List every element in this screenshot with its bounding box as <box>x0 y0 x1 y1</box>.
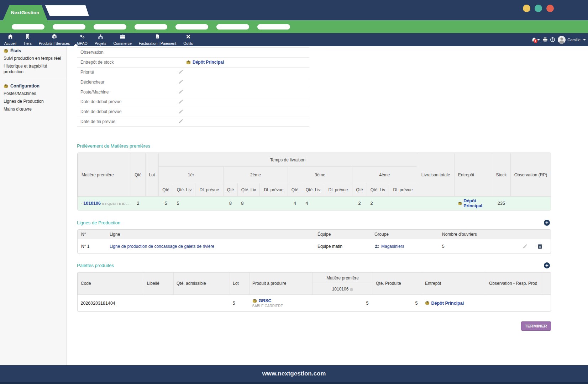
avatar <box>558 36 566 44</box>
edit-pencil-icon[interactable] <box>178 70 183 74</box>
menu-pill-3[interactable] <box>94 24 126 30</box>
subcol-dl-prevue: DL prévue <box>260 183 288 197</box>
prelevement-table: Matière première Qté Lot Temps de livrai… <box>77 153 551 210</box>
nav-item-produits-services[interactable]: Produits | Services <box>35 33 73 46</box>
cell-g2-liv: 8 <box>238 197 260 210</box>
sidebar-item-suivi-production[interactable]: Suivi production en temps réel <box>0 54 66 62</box>
sidebar-divider <box>0 79 66 79</box>
blank-tab[interactable] <box>45 5 89 16</box>
sidebar-item-mains-oeuvre[interactable]: Mains d'œuvre <box>0 105 66 113</box>
subcol-qte: Qté <box>288 183 302 197</box>
cell-mp-qty: 5 <box>313 294 373 311</box>
cell-g1-qte: 5 <box>159 197 173 210</box>
col-observation-resp-prod: Observation - Resp. Prod <box>486 272 542 294</box>
matiere-premiere-link[interactable]: 1010106 <box>83 201 101 206</box>
window-dot-teal[interactable] <box>535 5 542 12</box>
groupe-link[interactable]: Magasiniers <box>381 244 404 249</box>
cell-g3-liv: 4 <box>302 197 324 210</box>
menu-pill-4[interactable] <box>135 24 167 30</box>
col-group-3eme: 3ème <box>288 167 352 183</box>
nav-right-tools: 1 ? Camille <box>532 33 588 46</box>
col-group-4eme: 4ème <box>352 167 417 183</box>
delete-ligne-button[interactable] <box>538 244 542 249</box>
nav-item-outils[interactable]: Outils <box>180 33 196 46</box>
nav-label: Tiers <box>23 41 32 46</box>
footer-url: www.nextgestion.com <box>262 370 326 377</box>
menu-pill-1[interactable] <box>12 24 44 30</box>
cell-g3-qte: 4 <box>288 197 302 210</box>
cell-g4-qte: 2 <box>352 197 367 210</box>
tools-icon <box>186 34 190 40</box>
sidebar-section-title: Configuration <box>10 84 40 89</box>
col-produit-a-produire: Produit à produire <box>250 272 313 294</box>
building-icon <box>26 34 29 40</box>
package-icon <box>252 299 257 303</box>
cell-g1-dl <box>195 197 224 210</box>
nav-label: Outils <box>183 41 193 46</box>
produit-link[interactable]: GRSC <box>259 298 272 303</box>
active-tab-caret <box>73 44 78 46</box>
menu-pill-2[interactable] <box>53 24 85 30</box>
brand-tab[interactable]: NextGestion <box>3 5 47 20</box>
cube-icon <box>52 34 57 40</box>
window-controls <box>523 5 554 12</box>
sidebar-item-lignes-production[interactable]: Lignes de Production <box>0 97 66 105</box>
edit-ligne-button[interactable] <box>523 244 527 249</box>
entrepot-link[interactable]: Dépôt Principal <box>463 198 490 208</box>
add-palette-button[interactable] <box>544 262 550 268</box>
user-name: Camille <box>567 38 581 42</box>
sidebar-item-postes-machines[interactable]: Postes/Machines <box>0 90 66 97</box>
nav-label: Accueil <box>4 41 16 46</box>
menu-pill-6[interactable] <box>216 24 249 30</box>
entrepot-stock-link[interactable]: Dépôt Principal <box>186 60 224 65</box>
window-dot-yellow[interactable] <box>523 5 530 12</box>
ligne-row: N° 1 Ligne de production de concassage d… <box>78 239 551 254</box>
cell-lot: 5 <box>230 294 250 311</box>
col-lot: Lot <box>146 153 159 197</box>
nav-item-facturation-paiement[interactable]: Facturation | Paiement <box>135 33 180 46</box>
terminer-button[interactable]: TERMINER <box>521 321 551 331</box>
menu-pill-5[interactable] <box>175 24 208 30</box>
briefcase-icon <box>120 34 125 40</box>
notification-badge: 1 <box>534 39 537 43</box>
menu-pill-7[interactable] <box>257 24 290 30</box>
nav-item-projets[interactable]: Projets <box>91 33 110 46</box>
edit-pencil-icon[interactable] <box>178 80 183 84</box>
user-menu[interactable]: Camille <box>558 36 586 44</box>
nav-label: Facturation | Paiement <box>139 41 176 46</box>
package-icon <box>4 49 8 53</box>
nav-item-tiers[interactable]: Tiers <box>20 33 35 46</box>
subcol-qte: Qté <box>352 183 367 197</box>
section-title-lignes: Lignes de Production <box>77 220 120 225</box>
sidebar-item-historique-tracabilite[interactable]: Historique et traçabilité production <box>0 62 66 76</box>
entrepot-link[interactable]: Dépôt Principal <box>431 301 464 306</box>
edit-pencil-icon[interactable] <box>178 100 183 104</box>
ligne-link[interactable]: Ligne de production de concassage de gal… <box>110 244 214 249</box>
cell-g3-dl <box>324 197 352 210</box>
col-qte: Qté <box>131 153 146 197</box>
field-label: Date de fin prévue <box>80 119 178 124</box>
notifications-button[interactable]: 1 <box>532 37 540 42</box>
field-label: Priorité <box>80 70 178 75</box>
field-label: Entrepôt de stock <box>80 60 178 65</box>
col-mp-code: 1010106 <box>313 284 373 294</box>
field-label: Poste/Machine <box>80 90 178 95</box>
col-nombre-ouvriers: Nombre d'ouvriers <box>439 230 515 239</box>
nav-item-accueil[interactable]: Accueil <box>1 33 20 46</box>
cell-code: 20260203181404 <box>78 294 144 311</box>
edit-pencil-icon[interactable] <box>178 119 183 124</box>
window-dot-red[interactable] <box>546 5 554 12</box>
nav-item-commerce[interactable]: Commerce <box>110 33 135 46</box>
green-menu-bar <box>0 20 588 33</box>
package-icon <box>186 60 191 65</box>
col-code: Code <box>78 272 144 294</box>
cell-g1-liv: 5 <box>173 197 195 210</box>
nav-label: GPAO <box>77 41 88 46</box>
print-button[interactable] <box>543 37 547 42</box>
col-entrepot: Entrepôt <box>455 153 492 197</box>
add-ligne-button[interactable] <box>544 220 550 226</box>
edit-pencil-icon[interactable] <box>178 110 183 114</box>
gears-icon <box>80 34 85 40</box>
help-button[interactable]: ? <box>550 37 555 42</box>
edit-pencil-icon[interactable] <box>178 90 183 94</box>
